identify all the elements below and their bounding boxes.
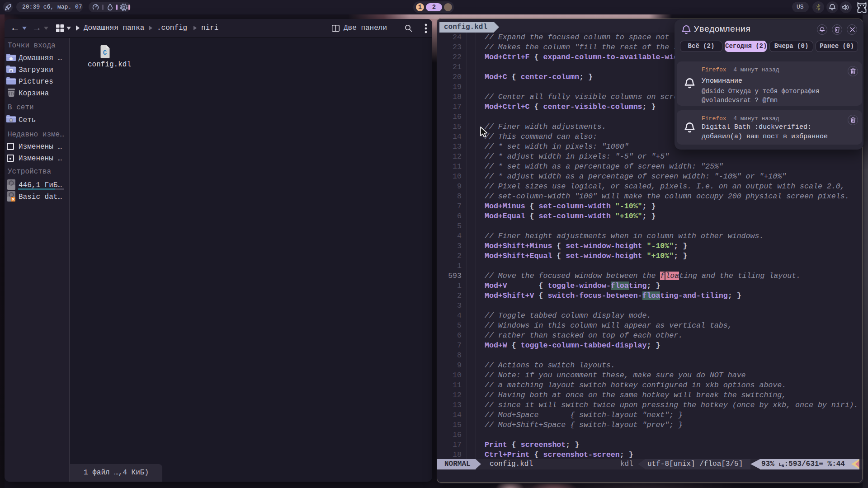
svg-text:C: C: [103, 49, 107, 56]
